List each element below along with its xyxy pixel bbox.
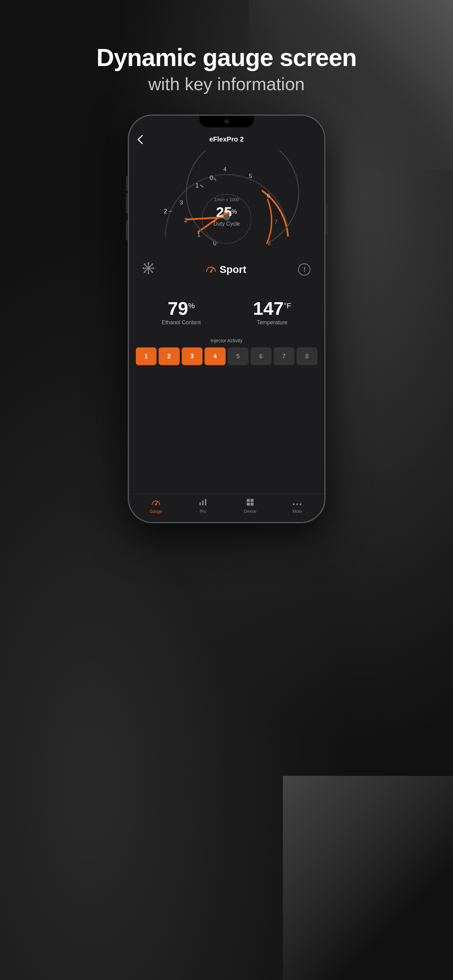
back-button[interactable]: [137, 134, 143, 145]
more-tab-label: More: [293, 509, 302, 514]
phone-frame: eFlexPro 2: [128, 115, 325, 523]
tab-more[interactable]: More: [283, 498, 311, 514]
gauge-container: 25 % Duty Cycle 1/min x 1000: [129, 147, 324, 256]
svg-text:1: 1: [197, 231, 200, 238]
ethanol-unit: %: [188, 301, 195, 310]
injector-bar-7: 7: [273, 347, 295, 365]
svg-text:0: 0: [209, 175, 213, 181]
alert-icon[interactable]: !: [298, 263, 310, 275]
svg-line-8: [214, 178, 216, 181]
tab-bar: Gauge Pro: [129, 494, 324, 522]
injector-bar-2: 2: [159, 347, 180, 365]
ethanol-value: 79%: [162, 299, 201, 318]
svg-point-48: [293, 504, 295, 505]
svg-point-50: [300, 504, 302, 505]
gauge-tab-label: Gauge: [150, 509, 162, 514]
ethanol-metric: 79% Ethanol Content: [162, 299, 201, 326]
mode-label: Sport: [219, 264, 246, 275]
front-camera: [225, 119, 229, 124]
tab-device[interactable]: Device: [237, 498, 264, 514]
status-row: Sport !: [129, 256, 324, 283]
tab-gauge[interactable]: Gauge: [142, 498, 170, 514]
svg-point-30: [147, 272, 149, 274]
injector-bar-6: 6: [251, 347, 272, 365]
svg-text:7: 7: [274, 219, 277, 225]
svg-rect-42: [202, 501, 203, 505]
injector-section: Injector Activity 1 2 3 4 5 6 7 8: [129, 332, 324, 372]
injector-bar-5: 5: [228, 347, 249, 365]
svg-rect-45: [251, 499, 254, 502]
temperature-label: Temperature: [253, 320, 291, 326]
headline-title: Dynamic gauge screen: [96, 44, 356, 71]
svg-point-32: [153, 267, 154, 269]
phone-notch: [199, 116, 254, 127]
svg-point-35: [151, 263, 153, 265]
svg-rect-43: [205, 499, 206, 505]
injector-bars: 1 2 3 4 5 6 7 8: [136, 347, 318, 365]
gauge-tab-icon: [151, 498, 160, 508]
nav-header: eFlexPro 2: [129, 133, 324, 147]
gauge-svg: 25 % Duty Cycle 1/min x 1000: [148, 151, 305, 253]
svg-point-34: [151, 271, 153, 273]
svg-text:6: 6: [267, 192, 270, 199]
svg-rect-44: [247, 499, 250, 502]
svg-rect-46: [247, 503, 250, 506]
injector-bar-3: 3: [182, 347, 203, 365]
vol-up-button: [126, 193, 128, 213]
ethanol-label: Ethanol Content: [162, 320, 201, 326]
svg-line-10: [200, 185, 203, 187]
svg-point-36: [144, 271, 145, 273]
svg-text:1: 1: [195, 182, 199, 189]
svg-point-33: [144, 263, 145, 265]
injector-bar-4: 4: [205, 347, 226, 365]
svg-text:3: 3: [180, 199, 183, 206]
more-tab-icon: [293, 498, 302, 508]
svg-point-49: [296, 504, 298, 505]
mode-icon: [206, 264, 216, 275]
svg-point-24: [224, 214, 230, 220]
svg-text:5: 5: [249, 173, 252, 179]
svg-text:1/min x 1000: 1/min x 1000: [214, 197, 239, 202]
svg-text:Duty Cycle: Duty Cycle: [213, 221, 240, 227]
injector-title: Injector Activity: [136, 338, 318, 343]
vol-down-button: [126, 220, 128, 240]
temperature-metric: 147°F Temperature: [253, 299, 291, 326]
svg-point-40: [155, 504, 157, 506]
power-button: [325, 203, 327, 234]
svg-rect-47: [251, 503, 254, 506]
tab-pro[interactable]: Pro: [189, 498, 216, 514]
snowflake-icon: [143, 262, 154, 277]
mode-indicator: Sport: [206, 264, 246, 275]
svg-point-29: [147, 262, 149, 264]
alert-symbol: !: [303, 266, 306, 274]
svg-rect-41: [199, 502, 201, 505]
temperature-unit: °F: [284, 301, 291, 310]
headline-subtitle: with key information: [96, 74, 356, 94]
device-tab-label: Device: [244, 509, 256, 514]
metrics-row: 79% Ethanol Content 147°F Temperature: [129, 291, 324, 332]
svg-point-31: [143, 267, 144, 269]
svg-text:2: 2: [184, 217, 187, 224]
svg-text:4: 4: [223, 166, 226, 172]
svg-text:2: 2: [164, 208, 167, 215]
silent-button: [126, 176, 128, 191]
pro-tab-icon: [199, 498, 207, 508]
injector-bar-1: 1: [136, 347, 157, 365]
svg-text:%: %: [231, 208, 237, 215]
pro-tab-label: Pro: [200, 509, 206, 514]
temperature-value: 147°F: [253, 299, 291, 318]
phone-mockup: eFlexPro 2: [128, 115, 325, 523]
device-tab-icon: [246, 498, 254, 508]
phone-screen: eFlexPro 2: [129, 116, 324, 522]
nav-title: eFlexPro 2: [209, 135, 244, 143]
svg-point-38: [210, 270, 212, 272]
injector-bar-8: 8: [296, 347, 318, 365]
